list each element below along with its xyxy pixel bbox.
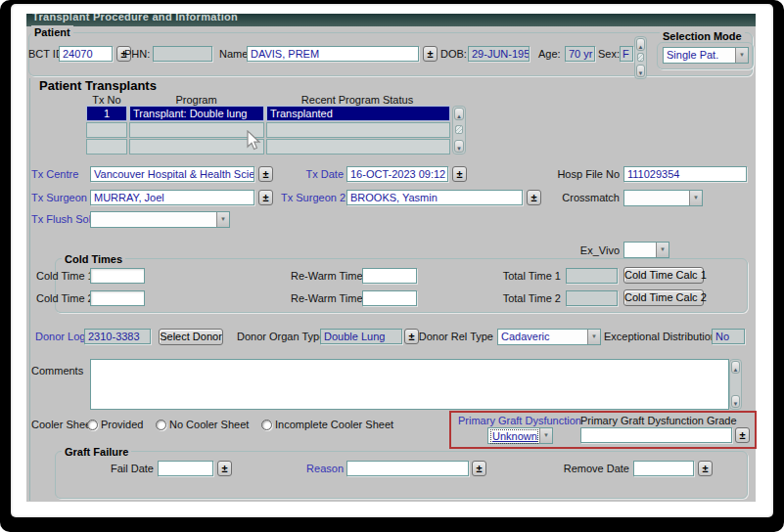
- lov-arrow-icon: [262, 168, 268, 180]
- tx-date-label: Tx Date: [291, 166, 344, 182]
- cold-time-calc-2-button[interactable]: Cold Time Calc 2: [623, 289, 704, 306]
- exceptional-distribution-field: No: [712, 329, 745, 344]
- tx-centre-label: Tx Centre: [31, 166, 78, 182]
- lov-arrow-icon: [702, 463, 708, 474]
- selection-mode-value: Single Pat.: [667, 49, 734, 62]
- dropdown-arrow-icon[interactable]: [216, 212, 229, 227]
- dropdown-arrow-icon[interactable]: [689, 191, 702, 205]
- cold-times-group-label: Cold Times: [62, 252, 125, 266]
- comments-textarea[interactable]: [90, 359, 729, 410]
- window-titlebar[interactable]: Transplant Procedure and Information: [26, 14, 756, 26]
- scroll-up-icon[interactable]: [731, 361, 740, 374]
- tx-date-field[interactable]: 16-OCT-2023 09:12: [346, 166, 448, 182]
- canvas-border: [29, 78, 30, 501]
- cell-status[interactable]: Transplanted: [266, 106, 450, 121]
- dropdown-arrow-icon[interactable]: [656, 243, 669, 257]
- hosp-file-field[interactable]: 111029354: [623, 166, 747, 182]
- cold-time-calc-1-button[interactable]: Cold Time Calc 1: [623, 267, 704, 284]
- phn-label: PHN:: [124, 46, 150, 62]
- remove-date-label: Remove Date: [555, 461, 629, 476]
- spinner-grip[interactable]: [637, 53, 644, 62]
- crossmatch-select[interactable]: [623, 190, 703, 206]
- scroll-down-icon[interactable]: [454, 140, 464, 153]
- cell-program[interactable]: Transplant: Double lung: [129, 106, 264, 121]
- cold-time-1-label: Cold Time 1: [36, 268, 88, 284]
- lov-arrow-icon: [476, 463, 482, 474]
- patient-transplants-heading: Patient Transplants: [39, 78, 157, 93]
- name-lov-button[interactable]: [423, 46, 438, 62]
- reason-label: Reason: [285, 461, 344, 476]
- scroll-down-icon[interactable]: [731, 395, 740, 408]
- window-title: Transplant Procedure and Information: [26, 14, 756, 22]
- donor-rel-value: Cadaveric: [501, 331, 586, 343]
- fail-date-field[interactable]: [158, 461, 213, 476]
- ex-vivo-select[interactable]: [623, 242, 669, 258]
- donor-log-field: 2310-3383: [84, 329, 151, 344]
- donor-rel-label: Donor Rel Type: [418, 329, 493, 344]
- transplants-scrollbar[interactable]: [452, 106, 466, 155]
- total-time-1-label: Total Time 1: [496, 268, 561, 284]
- remove-date-field[interactable]: [633, 461, 694, 476]
- radio-provided-label: Provided: [101, 417, 143, 432]
- bct-id-field[interactable]: 24070: [59, 46, 113, 62]
- donor-organ-lov-button[interactable]: [404, 329, 419, 344]
- tx-date-lov-button[interactable]: [452, 166, 467, 182]
- cold-time-1-field[interactable]: [90, 268, 145, 284]
- scrollbar-grip[interactable]: [455, 125, 463, 134]
- fail-date-lov-button[interactable]: [217, 461, 232, 476]
- dropdown-arrow-icon[interactable]: [735, 48, 748, 63]
- cell-status[interactable]: [266, 122, 450, 138]
- cell-tx-no[interactable]: [86, 139, 127, 155]
- rewarm-time-2-label: Re-Warm Time 2: [291, 290, 359, 306]
- rewarm-time-1-field[interactable]: [362, 268, 417, 284]
- lov-arrow-icon: [427, 48, 433, 60]
- donor-organ-field[interactable]: Double Lung: [320, 329, 402, 344]
- reason-lov-button[interactable]: [472, 461, 486, 476]
- selection-mode-select[interactable]: Single Pat.: [663, 47, 749, 64]
- radio-incomplete-cooler-sheet[interactable]: [261, 420, 272, 430]
- scroll-up-icon[interactable]: [454, 108, 464, 120]
- cell-program[interactable]: [129, 122, 264, 138]
- cell-program[interactable]: [129, 139, 264, 155]
- lov-arrow-icon: [408, 331, 414, 342]
- age-label: Age:: [538, 46, 561, 62]
- pgd-highlight-box: [449, 411, 757, 449]
- tx-surgeon1-label: Tx Surgeon 1: [31, 190, 96, 205]
- total-time-2-field: [566, 290, 618, 306]
- rewarm-time-1-label: Re-Warm Time 1: [291, 268, 359, 284]
- rewarm-time-2-field[interactable]: [362, 290, 417, 306]
- tx-surgeon2-field[interactable]: BROOKS, Yasmin: [346, 190, 523, 205]
- ex-vivo-label: Ex_Vivo: [535, 243, 620, 258]
- donor-rel-select[interactable]: Cadaveric: [497, 329, 601, 345]
- tx-surgeon2-label: Tx Surgeon 2: [281, 190, 344, 205]
- radio-no-cooler-sheet[interactable]: [156, 420, 166, 430]
- select-donor-button[interactable]: Select Donor: [159, 329, 223, 345]
- spinner-up-icon[interactable]: [636, 38, 645, 51]
- fail-date-label: Fail Date: [95, 461, 154, 476]
- cell-tx-no[interactable]: [86, 122, 127, 138]
- cell-status[interactable]: [266, 139, 450, 155]
- spinner-down-icon[interactable]: [636, 65, 645, 77]
- dob-label: DOB:: [440, 46, 467, 62]
- tx-flush-select[interactable]: [90, 211, 230, 228]
- tx-surgeon1-field[interactable]: MURRAY, Joel: [90, 190, 254, 205]
- remove-date-lov-button[interactable]: [698, 461, 713, 476]
- donor-organ-label: Donor Organ Type: [237, 329, 317, 344]
- exceptional-distribution-label: Exceptional Distribution: [604, 329, 710, 344]
- cold-time-2-field[interactable]: [90, 290, 145, 306]
- tx-flush-label: Tx Flush Soln: [31, 211, 97, 227]
- cell-tx-no[interactable]: 1: [86, 106, 127, 121]
- record-spinner[interactable]: [634, 36, 647, 79]
- comments-scrollbar[interactable]: [729, 359, 742, 410]
- reason-field[interactable]: [346, 461, 469, 476]
- crossmatch-label: Crossmatch: [516, 190, 620, 205]
- radio-provided[interactable]: [87, 420, 98, 430]
- tx-centre-field[interactable]: Vancouver Hospital & Health Sciences: [90, 166, 254, 182]
- dropdown-arrow-icon[interactable]: [587, 330, 600, 344]
- name-field[interactable]: DAVIS, PREM: [247, 46, 419, 62]
- graft-failure-group-label: Graft Failure: [62, 445, 131, 459]
- transplant-form: Transplant Procedure and Information Pat…: [26, 14, 756, 502]
- tx-centre-lov-button[interactable]: [258, 166, 273, 182]
- tx-surgeon1-lov-button[interactable]: [258, 190, 273, 205]
- total-time-1-field: [566, 268, 618, 284]
